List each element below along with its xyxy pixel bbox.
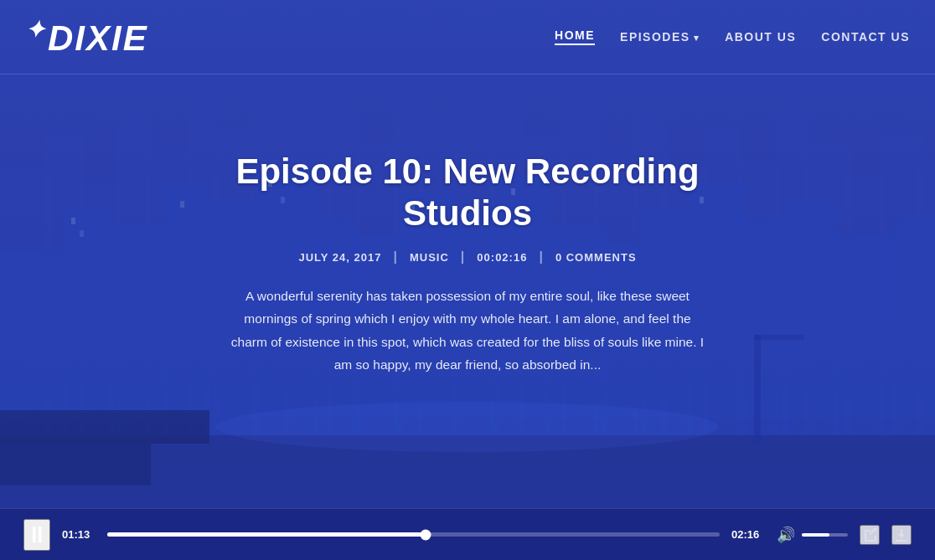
navigation: ✦DiXiE HOME EPISODES▾ ABOUT US CONTACT U… <box>0 0 935 74</box>
pause-button[interactable]: ⏸ <box>23 519 50 551</box>
nav-episodes[interactable]: EPISODES▾ <box>620 30 700 44</box>
external-link-button[interactable] <box>860 525 880 545</box>
player-bar: ⏸ 01:13 02:16 🔊 <box>0 508 935 560</box>
nav-links: HOME EPISODES▾ ABOUT US CONTACT US <box>555 28 910 45</box>
nav-home[interactable]: HOME <box>555 28 595 45</box>
end-time: 02:16 <box>731 528 765 541</box>
episode-comments: 0 COMMENTS <box>555 251 637 264</box>
chevron-down-icon: ▾ <box>694 33 700 43</box>
meta-sep-1: | <box>393 250 397 265</box>
external-link-icon <box>861 527 878 543</box>
download-button[interactable] <box>891 525 912 545</box>
episode-date: JULY 24, 2017 <box>298 251 381 264</box>
volume-bar[interactable] <box>802 533 848 537</box>
episode-meta: JULY 24, 2017 | MUSIC | 00:02:16 | 0 COM… <box>174 250 761 265</box>
episode-title: Episode 10: New Recording Studios <box>174 151 761 235</box>
svg-rect-57 <box>0 410 209 444</box>
episode-duration: 00:02:16 <box>477 251 527 264</box>
svg-point-61 <box>216 402 719 452</box>
svg-rect-60 <box>754 335 804 340</box>
volume-fill <box>802 533 829 537</box>
nav-contact[interactable]: CONTACT US <box>821 30 910 44</box>
progress-thumb[interactable] <box>421 529 431 540</box>
download-icon <box>893 527 910 543</box>
site-logo: ✦DiXiE <box>25 16 148 59</box>
nav-about[interactable]: ABOUT US <box>725 30 796 44</box>
hero-content: Episode 10: New Recording Studios JULY 2… <box>174 151 761 376</box>
episode-category: MUSIC <box>410 251 449 264</box>
meta-sep-3: | <box>539 250 543 265</box>
meta-sep-2: | <box>461 250 465 265</box>
volume-section: 🔊 <box>777 526 848 544</box>
svg-rect-58 <box>0 444 151 486</box>
logo-star: ✦ <box>25 16 46 44</box>
progress-bar[interactable] <box>107 532 720 537</box>
episode-description: A wonderful serenity has taken possessio… <box>225 285 710 377</box>
volume-icon[interactable]: 🔊 <box>777 526 795 544</box>
pause-icon: ⏸ <box>25 523 49 547</box>
hero-section: ✦DiXiE HOME EPISODES▾ ABOUT US CONTACT U… <box>0 0 935 560</box>
progress-fill <box>107 532 426 537</box>
current-time: 01:13 <box>62 528 96 541</box>
